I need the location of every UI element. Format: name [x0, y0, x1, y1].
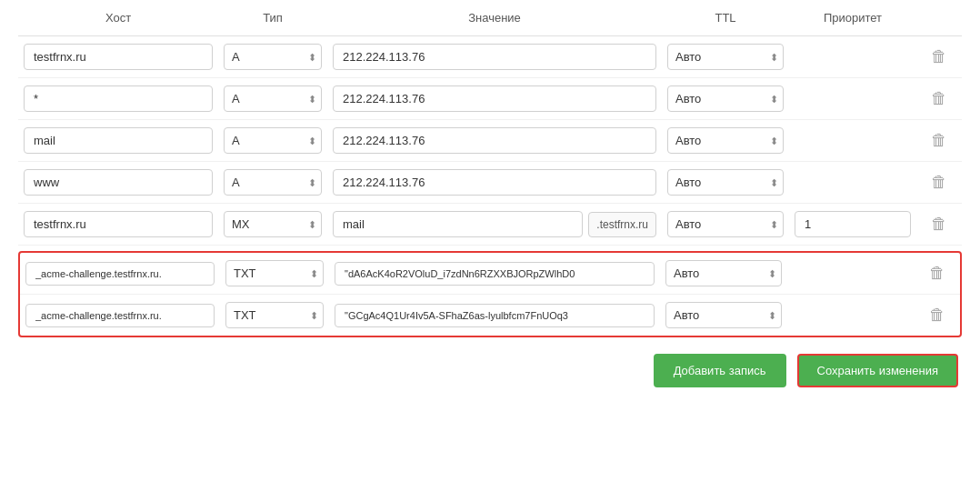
host-input[interactable]: [25, 304, 215, 327]
type-cell: AAAAACNAMEMXTXT: [218, 127, 327, 154]
col-type: Тип: [218, 11, 327, 25]
delete-button[interactable]: 🗑: [929, 264, 945, 283]
ttl-cell: Авто3006003600: [660, 260, 787, 286]
actions-row: Добавить запись Сохранить изменения: [18, 354, 962, 387]
host-cell: [18, 169, 218, 196]
delete-button[interactable]: 🗑: [931, 215, 947, 234]
value-input[interactable]: [335, 262, 655, 286]
host-cell: [18, 127, 218, 154]
value-cell: [327, 127, 662, 154]
value-input[interactable]: [333, 44, 656, 70]
ttl-select[interactable]: Авто3006003600: [667, 169, 784, 196]
type-select-wrapper: AAAAACNAMEMXTXT: [225, 260, 324, 286]
col-priority: Приоритет: [789, 11, 916, 25]
mx-value-input[interactable]: [333, 211, 583, 237]
mx-value-wrapper: .testfrnx.ru: [333, 211, 656, 237]
type-select[interactable]: AAAAACNAMEMXTXT: [224, 211, 322, 237]
ttl-select[interactable]: Авто3006003600: [667, 44, 784, 70]
mx-suffix: .testfrnx.ru: [588, 212, 656, 237]
host-input[interactable]: [24, 85, 213, 112]
value-input[interactable]: [335, 304, 655, 327]
host-cell: [20, 304, 220, 327]
host-input[interactable]: [24, 211, 213, 237]
ttl-select-wrapper: Авто3006003600: [665, 260, 782, 286]
ttl-cell: Авто3006003600: [662, 169, 789, 196]
type-cell: AAAAACNAMEMXTXT: [220, 260, 329, 286]
add-record-button[interactable]: Добавить запись: [654, 354, 786, 387]
host-input[interactable]: [25, 262, 215, 286]
type-select[interactable]: AAAAACNAMEMXTXT: [224, 127, 322, 154]
ttl-select-wrapper: Авто3006003600: [667, 211, 784, 237]
delete-cell: 🗑: [915, 306, 960, 325]
delete-cell: 🗑: [916, 173, 962, 192]
value-input[interactable]: [333, 169, 656, 196]
ttl-select-wrapper: Авто3006003600: [667, 169, 784, 196]
type-select-wrapper: AAAAACNAMEMXTXT: [225, 302, 324, 328]
type-cell: AAAAACNAMEMXTXT: [220, 302, 329, 328]
priority-input[interactable]: [795, 211, 911, 237]
table-row: AAAAACNAMEMXTXT .testfrnx.ru Авто3006003…: [18, 204, 962, 246]
value-cell: [327, 169, 662, 196]
delete-button[interactable]: 🗑: [931, 131, 947, 150]
host-input[interactable]: [24, 127, 213, 154]
type-select[interactable]: AAAAACNAMEMXTXT: [225, 302, 324, 328]
ttl-cell: Авто3006003600: [660, 302, 787, 328]
host-cell: [18, 85, 218, 112]
type-select-wrapper: AAAAACNAMEMXTXT: [224, 44, 322, 70]
ttl-select[interactable]: Авто3006003600: [665, 260, 782, 286]
highlighted-rows-block: AAAAACNAMEMXTXT Авто3006003600 🗑: [18, 251, 962, 337]
ttl-select-wrapper: Авто3006003600: [667, 44, 784, 70]
type-select-wrapper: AAAAACNAMEMXTXT: [224, 127, 322, 154]
col-actions: [916, 11, 962, 25]
type-cell: AAAAACNAMEMXTXT: [218, 169, 327, 196]
delete-cell: 🗑: [916, 215, 962, 234]
ttl-cell: Авто3006003600: [662, 211, 789, 237]
ttl-select[interactable]: Авто3006003600: [665, 302, 782, 328]
ttl-cell: Авто3006003600: [662, 127, 789, 154]
table-row: AAAAACNAMEMXTXT Авто3006003600 🗑: [18, 120, 962, 162]
value-cell: .testfrnx.ru: [327, 211, 662, 237]
host-input[interactable]: [24, 44, 213, 70]
delete-cell: 🗑: [916, 89, 962, 108]
host-cell: [18, 211, 218, 237]
table-row: AAAAACNAMEMXTXT Авто3006003600 🗑: [20, 294, 960, 336]
type-cell: AAAAACNAMEMXTXT: [218, 85, 327, 112]
delete-button[interactable]: 🗑: [931, 173, 947, 192]
ttl-select[interactable]: Авто3006003600: [667, 85, 784, 112]
host-cell: [18, 44, 218, 70]
delete-cell: 🗑: [915, 264, 960, 283]
value-input[interactable]: [333, 85, 656, 112]
type-select[interactable]: AAAAACNAMEMXTXT: [224, 44, 322, 70]
table-row: AAAAACNAMEMXTXT Авто3006003600 🗑: [18, 78, 962, 120]
type-select[interactable]: AAAAACNAMEMXTXT: [224, 85, 322, 112]
delete-button[interactable]: 🗑: [931, 47, 947, 66]
dns-records-container: Хост Тип Значение TTL Приоритет AAAAACNA…: [0, 0, 980, 492]
col-ttl: TTL: [662, 11, 789, 25]
table-row: AAAAACNAMEMXTXT Авто3006003600 🗑: [18, 162, 962, 204]
table-row: AAAAACNAMEMXTXT Авто3006003600 🗑: [20, 253, 960, 294]
host-cell: [20, 262, 220, 286]
table-header: Хост Тип Значение TTL Приоритет: [18, 0, 962, 36]
value-cell: [329, 262, 660, 286]
type-cell: AAAAACNAMEMXTXT: [218, 211, 327, 237]
type-select[interactable]: AAAAACNAMEMXTXT: [224, 169, 322, 196]
col-value: Значение: [327, 11, 662, 25]
type-select-wrapper: AAAAACNAMEMXTXT: [224, 85, 322, 112]
ttl-select[interactable]: Авто3006003600: [667, 211, 784, 237]
value-input[interactable]: [333, 127, 656, 154]
ttl-select[interactable]: Авто3006003600: [667, 127, 784, 154]
value-cell: [327, 85, 662, 112]
ttl-select-wrapper: Авто3006003600: [665, 302, 782, 328]
ttl-select-wrapper: Авто3006003600: [667, 127, 784, 154]
type-select-wrapper: AAAAACNAMEMXTXT: [224, 211, 322, 237]
delete-cell: 🗑: [916, 131, 962, 150]
ttl-cell: Авто3006003600: [662, 44, 789, 70]
delete-button[interactable]: 🗑: [931, 89, 947, 108]
delete-button[interactable]: 🗑: [929, 306, 945, 325]
ttl-cell: Авто3006003600: [662, 85, 789, 112]
host-input[interactable]: [24, 169, 213, 196]
save-changes-button[interactable]: Сохранить изменения: [797, 354, 959, 387]
priority-cell: [789, 211, 916, 237]
ttl-select-wrapper: Авто3006003600: [667, 85, 784, 112]
type-select[interactable]: AAAAACNAMEMXTXT: [225, 260, 324, 286]
